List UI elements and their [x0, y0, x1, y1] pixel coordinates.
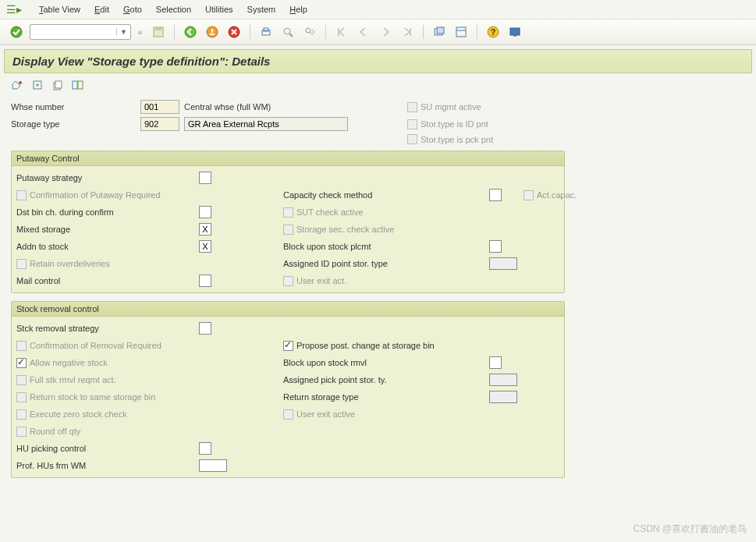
list-icon[interactable] — [70, 78, 86, 92]
addn-stock-input[interactable] — [199, 240, 211, 253]
menu-edit[interactable]: Edit — [94, 5, 109, 14]
first-page-icon[interactable] — [333, 24, 350, 40]
find-icon[interactable] — [279, 24, 296, 40]
block-rmvl-input[interactable] — [489, 356, 502, 369]
menubar: ☰▸ Table View Edit Goto Selection Utilit… — [0, 0, 756, 19]
prev-page-icon[interactable] — [355, 24, 372, 40]
hu-pick-input[interactable] — [199, 442, 211, 455]
return-same-label: Return stock to same storage bin — [30, 392, 155, 402]
putaway-title: Putaway Control — [12, 151, 564, 166]
whse-number-input[interactable] — [140, 100, 179, 114]
new-session-icon[interactable] — [431, 24, 448, 40]
dropdown-icon[interactable]: ▼ — [116, 28, 130, 36]
pck-pnt-checkbox — [407, 134, 417, 144]
system-menu-icon[interactable]: ☰▸ — [6, 3, 22, 16]
sec-label: Storage sec. check active — [296, 225, 394, 234]
assigned-id-input — [489, 257, 517, 270]
action-buttons — [0, 73, 756, 97]
svg-text:?: ? — [490, 27, 495, 37]
svg-rect-2 — [155, 27, 161, 30]
ok-icon[interactable] — [8, 24, 25, 40]
command-field[interactable]: ▼ — [30, 24, 131, 40]
user-exit-pa-label: User exit act. — [296, 276, 346, 285]
page-title: Display View "Storage type definition": … — [4, 49, 752, 73]
su-mgmt-checkbox — [407, 102, 417, 112]
menu-utilities[interactable]: Utilities — [205, 5, 232, 14]
block-plcmt-input[interactable] — [489, 240, 502, 253]
last-page-icon[interactable] — [399, 24, 416, 40]
putaway-strategy-label: Putaway strategy — [16, 173, 196, 182]
full-stk-label: Full stk rmvl reqmt act. — [30, 375, 116, 384]
next-page-icon[interactable] — [377, 24, 394, 40]
mixed-storage-input[interactable] — [199, 223, 211, 236]
exit-icon[interactable] — [204, 24, 221, 40]
return-same-checkbox — [16, 392, 27, 402]
block-plcmt-label: Block upon stock plcmt — [283, 242, 486, 251]
sut-checkbox — [283, 207, 293, 218]
sec-checkbox — [283, 225, 293, 235]
svg-rect-19 — [513, 35, 516, 37]
find-next-icon[interactable] — [301, 24, 318, 40]
round-label: Round off qty — [30, 427, 80, 436]
putaway-strategy-input[interactable] — [199, 172, 211, 184]
cap-check-input[interactable] — [489, 189, 502, 201]
dst-bin-input[interactable] — [199, 206, 211, 218]
return-type-label: Return storage type — [283, 392, 486, 402]
menu-system[interactable]: System — [247, 5, 276, 14]
confirm-removal-checkbox — [16, 341, 27, 351]
svg-point-8 — [284, 28, 290, 34]
svg-rect-24 — [73, 81, 77, 89]
id-pnt-checkbox — [407, 119, 417, 129]
svg-rect-25 — [78, 81, 83, 89]
svg-rect-23 — [55, 81, 62, 88]
su-mgmt-label: SU mgmt active — [421, 102, 481, 112]
print-icon[interactable] — [257, 24, 275, 40]
help-icon[interactable]: ? — [484, 24, 502, 40]
user-exit-rm-checkbox — [283, 409, 293, 420]
mail-control-label: Mail control — [16, 276, 196, 285]
change-icon[interactable] — [9, 78, 25, 92]
menu-help[interactable]: Help — [289, 5, 307, 14]
confirm-removal-label: Confirmation of Removal Required — [30, 341, 161, 350]
prof-hu-input[interactable] — [199, 459, 227, 472]
assigned-pick-input — [489, 374, 517, 386]
dst-bin-label: Dst bin ch. during confirm — [16, 207, 196, 217]
neg-stock-checkbox[interactable] — [16, 358, 27, 368]
back-icon[interactable] — [182, 24, 199, 40]
cancel-icon[interactable] — [225, 24, 243, 40]
svg-point-0 — [11, 27, 22, 37]
assigned-pick-label: Assigned pick point stor. ty. — [283, 375, 486, 384]
menu-goto[interactable]: Goto — [123, 5, 142, 14]
storage-type-input[interactable] — [140, 117, 179, 131]
removal-strategy-input[interactable] — [199, 322, 211, 335]
cap-check-label: Capacity check method — [283, 190, 486, 200]
stock-removal-group: Stock removal control Stck removal strat… — [11, 301, 565, 478]
local-layout-icon[interactable] — [506, 24, 524, 40]
svg-line-9 — [289, 34, 293, 37]
svg-rect-13 — [437, 27, 444, 34]
mail-control-input[interactable] — [199, 275, 211, 287]
menu-table-view[interactable]: Table View — [39, 5, 80, 14]
assigned-id-label: Assigned ID point stor. type — [283, 259, 486, 268]
svg-rect-18 — [510, 28, 520, 35]
exec-zero-label: Execute zero stock check — [30, 409, 127, 419]
content-area: Whse number Central whse (full WM) SU mg… — [0, 97, 756, 489]
confirm-putaway-checkbox — [16, 190, 27, 200]
user-exit-rm-label: User exit active — [296, 409, 355, 419]
storage-type-label: Storage type — [11, 119, 136, 129]
id-pnt-label: Stor.type is ID pnt — [421, 119, 488, 129]
whse-desc: Central whse (full WM) — [184, 102, 403, 112]
svg-point-3 — [185, 27, 196, 37]
other-entry-icon[interactable] — [30, 78, 45, 92]
svg-point-20 — [19, 81, 22, 84]
save-icon[interactable] — [150, 24, 167, 40]
layout-icon[interactable] — [453, 24, 470, 40]
round-checkbox — [16, 427, 27, 437]
prof-hu-label: Prof. HUs frm WM — [16, 461, 196, 470]
retain-label: Retain overdeliveries — [30, 259, 110, 268]
propose-checkbox[interactable] — [283, 341, 293, 351]
menu-selection[interactable]: Selection — [156, 5, 191, 14]
user-exit-pa-checkbox — [283, 276, 293, 286]
act-capac-label: Act.capac. — [537, 190, 577, 200]
copy-icon[interactable] — [50, 78, 66, 92]
